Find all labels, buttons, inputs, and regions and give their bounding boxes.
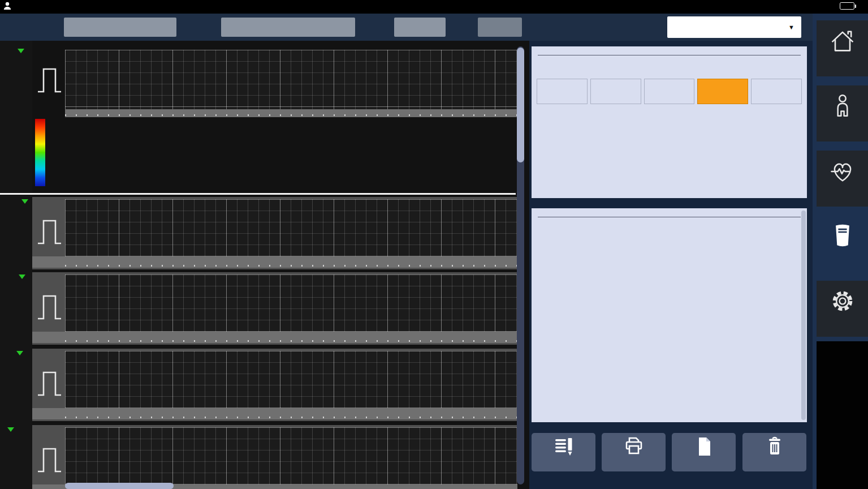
time-axis (65, 109, 517, 117)
class-btn-positive (697, 79, 748, 104)
report-dropdown[interactable]: ▼ (667, 16, 801, 38)
system-status-bar (0, 0, 868, 14)
export-report-button[interactable] (672, 433, 736, 471)
gear-icon (828, 286, 857, 316)
ecg-row-lead-I (0, 197, 517, 269)
chevron-down-icon (7, 427, 14, 432)
annotate-button[interactable] (532, 433, 595, 471)
annotate-icon (551, 435, 576, 458)
home-icon (828, 26, 857, 55)
sidebar-item-report[interactable] (817, 216, 868, 272)
calibration-pulse-icon (36, 444, 63, 474)
lead-selector[interactable] (14, 351, 23, 355)
name-field[interactable] (221, 18, 355, 37)
wavelet-spectrogram (65, 117, 517, 188)
ecg-row-lead-II (0, 272, 517, 345)
user-icon (3, 2, 11, 10)
conventional-ecg-panel (532, 208, 807, 422)
patient-info-bar: ▼ (0, 14, 813, 41)
ecg-grid (65, 427, 517, 484)
chevron-down-icon (19, 274, 25, 279)
time-axis (32, 408, 517, 419)
ecg-grid (65, 199, 517, 256)
spectrogram-colorbar (35, 119, 45, 186)
sex-field[interactable] (478, 18, 522, 37)
pdf-file-icon (692, 435, 716, 458)
vertical-scrollbar-thumb[interactable] (517, 48, 524, 162)
battery-icon (840, 2, 854, 10)
class-btn-negative (590, 79, 641, 104)
lead-selector[interactable] (19, 199, 28, 204)
sidebar-bottom-area (817, 341, 868, 489)
ecg-waveform (65, 351, 517, 408)
chevron-down-icon (18, 49, 24, 53)
divider (538, 217, 801, 217)
panel-scrollbar[interactable] (801, 211, 806, 420)
navigation-sidebar (813, 14, 868, 489)
wavecg-panel-title (532, 46, 807, 52)
ecg-grid (65, 50, 517, 109)
lead-selector[interactable] (5, 427, 14, 432)
ecg-waveform (65, 50, 517, 109)
current-user[interactable] (3, 2, 15, 10)
ecg-display-area (0, 41, 529, 489)
print-button[interactable] (602, 433, 666, 471)
calibration-pulse-icon (36, 65, 63, 94)
wavecg-info-panel (532, 46, 807, 198)
ecg-row-lead-aVR (0, 425, 517, 489)
lead-selector[interactable] (15, 49, 24, 53)
delete-button[interactable] (742, 433, 806, 471)
time-axis (32, 256, 517, 268)
sidebar-item-home[interactable] (817, 20, 868, 76)
calibration-pulse-icon (36, 291, 63, 321)
patient-id-field[interactable] (64, 18, 176, 37)
chevron-down-icon (21, 199, 28, 204)
heart-ecg-icon (828, 156, 857, 186)
chevron-down-icon (16, 351, 23, 355)
calibration-pulse-icon (36, 368, 63, 397)
horizontal-scrollbar-thumb[interactable] (65, 483, 174, 489)
time-axis (32, 332, 517, 343)
class-btn-borderline (644, 79, 695, 104)
chevron-down-icon: ▼ (788, 16, 794, 38)
section-divider (0, 193, 516, 195)
patient-icon (828, 91, 857, 121)
ecg-waveform (65, 199, 517, 256)
report-icon (828, 221, 857, 251)
lead-selector[interactable] (16, 274, 25, 279)
ecg-waveform (65, 274, 517, 332)
sidebar-item-settings[interactable] (817, 281, 868, 337)
ecg-waveform (65, 427, 517, 484)
ecg-grid (65, 274, 517, 332)
report-info-column (529, 41, 813, 489)
sidebar-item-patient[interactable] (817, 85, 868, 141)
trash-icon (762, 435, 787, 458)
calibration-pulse-icon (36, 216, 63, 246)
ecg-grid (65, 351, 517, 408)
sidebar-item-test[interactable] (817, 151, 868, 207)
class-btn-highly-positive (751, 79, 802, 104)
class-btn-highly-negative (537, 79, 588, 104)
print-icon (621, 435, 646, 458)
ecg-row-lead-III (0, 349, 517, 421)
divider (538, 55, 801, 55)
conventional-panel-title (532, 208, 807, 213)
age-field[interactable] (394, 18, 446, 37)
vertical-scrollbar[interactable] (517, 46, 524, 484)
